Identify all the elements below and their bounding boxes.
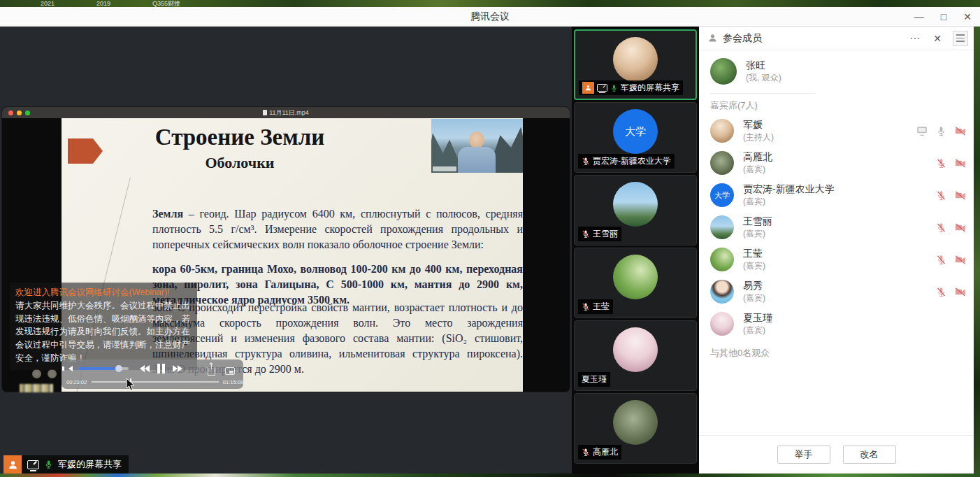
thumbnail-jiahongtao[interactable]: 大学 贾宏涛-新疆农业大学 <box>574 102 697 173</box>
camera-off-icon <box>954 158 967 169</box>
thumbnail-label: 王雪丽 <box>593 228 618 240</box>
avatar: 大学 <box>710 183 734 207</box>
current-time: 00:23:02 <box>66 379 87 385</box>
avatar <box>613 182 658 227</box>
thumbnail-label: 王莹 <box>593 301 610 313</box>
camera-off-icon <box>954 126 967 136</box>
volume-fill <box>78 367 119 370</box>
mic-muted-icon <box>936 190 946 201</box>
app-title: 腾讯会议 <box>0 10 980 23</box>
participant-name: 王雪丽 <box>743 215 930 228</box>
avatar <box>710 280 734 304</box>
thumbnail-wangying[interactable]: 王莹 <box>574 248 697 318</box>
panel-menu-icon[interactable] <box>953 31 968 46</box>
participant-name: 贾宏涛-新疆农业大学 <box>743 183 930 196</box>
notice-body: 请大家共同维护大会秩序。会议过程中禁止出现违法违规、低俗色情、吸烟酗酒等内容，若… <box>15 299 192 365</box>
pause-icon[interactable] <box>157 364 165 373</box>
panel-title: 参会成员 <box>723 32 907 45</box>
blurred-watermark <box>20 384 53 392</box>
desktop-label: 2019 <box>96 1 110 7</box>
desktop-background-top: 2021 2019 Q355财接 <box>0 0 980 7</box>
avatar <box>710 215 734 239</box>
participant-row[interactable]: 易秀 (嘉宾) <box>699 276 974 308</box>
app-titlebar: 腾讯会议 — □ ✕ <box>0 7 980 27</box>
participants-panel: 参会成员 ⋯ ✕ 张旺 (我, 观众) 嘉宾席(7人) 军媛 (主持人) <box>699 27 974 474</box>
pip-icon[interactable] <box>225 367 235 375</box>
screen-share-view: 11月11日.mp4 Строение Земли Оболочки Зем <box>0 27 572 474</box>
close-panel-icon[interactable]: ✕ <box>930 33 944 44</box>
screen-share-icon <box>597 84 607 92</box>
rename-button[interactable]: 改名 <box>843 446 896 464</box>
participant-role: (主持人) <box>743 131 910 143</box>
participant-name: 高雁北 <box>743 150 930 164</box>
slide-subtitle: Оболочки <box>62 154 418 172</box>
mic-on-icon <box>610 83 618 93</box>
presenter-name-tag <box>433 166 456 171</box>
slide-ring-decorations <box>32 369 57 378</box>
volume-knob[interactable] <box>115 365 122 372</box>
avatar <box>613 255 658 299</box>
video-file-title: 11月11日.mp4 <box>2 108 570 118</box>
participant-row[interactable]: 王莹 (嘉宾) <box>699 243 974 276</box>
participant-name: 王莹 <box>743 247 930 260</box>
progress-bar[interactable] <box>92 381 219 383</box>
screen-share-icon <box>27 460 39 469</box>
volume-icon[interactable] <box>69 366 73 371</box>
desktop-background-right <box>974 27 980 474</box>
person-icon <box>707 33 718 43</box>
other-viewers-label: 与其他0名观众 <box>699 340 974 366</box>
video-thumbnail-strip: 军媛的屏幕共享 大学 贾宏涛-新疆农业大学 <box>572 27 699 474</box>
fast-forward-icon[interactable] <box>173 365 182 372</box>
camera-off-icon <box>954 255 967 265</box>
participant-name: 军媛 <box>743 118 910 131</box>
participant-row[interactable]: 军媛 (主持人) <box>699 115 974 147</box>
slide-paragraph-1: Земля – геоид. Шар радиусом 6400 км, спл… <box>152 206 523 252</box>
mouse-cursor <box>126 378 135 391</box>
share-badge-label: 军媛的屏幕共享 <box>58 458 122 471</box>
participant-row[interactable]: 高雁北 (嘉宾) <box>699 147 974 179</box>
rewind-icon[interactable] <box>140 365 150 372</box>
participant-role: (嘉宾) <box>743 292 930 304</box>
avatar <box>613 327 658 372</box>
mic-muted-icon <box>936 157 946 169</box>
presenter-webcam-overlay <box>431 119 523 173</box>
participant-row[interactable]: 王雪丽 (嘉宾) <box>699 211 974 243</box>
mic-muted-icon <box>936 286 946 298</box>
desktop-label: 2021 <box>41 1 55 7</box>
avatar <box>710 58 737 85</box>
mic-muted-icon <box>582 156 590 166</box>
participant-row-me[interactable]: 张旺 (我, 观众) <box>699 50 974 93</box>
player-titlebar: 11月11日.mp4 <box>2 107 570 118</box>
mic-muted-icon <box>936 222 946 234</box>
thumbnail-junyuan-share[interactable]: 军媛的屏幕共享 <box>574 29 697 100</box>
volume-slider[interactable] <box>78 367 129 370</box>
minimize-button[interactable]: — <box>914 12 924 22</box>
screen-share-icon <box>916 126 928 136</box>
thumbnail-label: 夏玉瑾 <box>582 373 607 385</box>
tencent-meeting-window: 2021 2019 Q355财接 腾讯会议 — □ ✕ 11月11日.mp4 <box>0 0 980 477</box>
avatar <box>613 37 658 82</box>
more-options-icon[interactable]: ⋯ <box>907 32 923 45</box>
member-badge-icon <box>582 82 594 94</box>
participant-row[interactable]: 大学 贾宏涛-新疆农业大学 (嘉宾) <box>699 179 974 211</box>
webinar-notice-overlay: 欢迎进入腾讯会议网络研讨会(Webinar)! 请大家共同维护大会秩序。会议过程… <box>10 283 197 370</box>
thumbnail-label: 军媛的屏幕共享 <box>621 82 679 94</box>
thumbnail-wangxueli[interactable]: 王雪丽 <box>574 175 697 245</box>
avatar: 大学 <box>613 109 658 154</box>
participant-name: 夏玉瑾 <box>743 311 967 325</box>
raise-hand-button[interactable]: 举手 <box>777 446 830 464</box>
close-button[interactable]: ✕ <box>963 12 972 22</box>
thumbnail-gaoyanbei[interactable]: 高雁北 <box>574 393 697 464</box>
mic-on-icon <box>44 459 53 470</box>
mic-on-icon <box>936 125 946 137</box>
thumbnail-xiayujin[interactable]: 夏玉瑾 <box>574 320 697 391</box>
camera-off-icon <box>954 190 967 201</box>
participant-row[interactable]: 夏玉瑾 (嘉宾) <box>699 308 974 340</box>
participant-role: (我, 观众) <box>746 72 963 83</box>
participant-role: (嘉宾) <box>743 196 930 207</box>
maximize-button[interactable]: □ <box>941 12 946 22</box>
share-icon[interactable] <box>208 367 215 376</box>
participant-name: 易秀 <box>743 279 930 292</box>
mic-muted-icon <box>582 447 590 457</box>
participant-name: 张旺 <box>746 59 963 72</box>
